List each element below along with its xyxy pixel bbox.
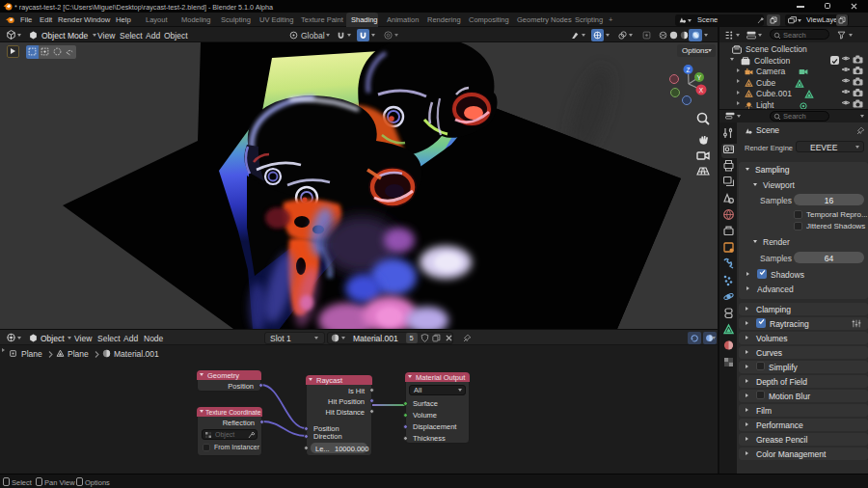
svg-text:X: X	[699, 87, 704, 94]
svg-text:Y: Y	[697, 74, 702, 81]
svg-text:Z: Z	[687, 67, 691, 73]
